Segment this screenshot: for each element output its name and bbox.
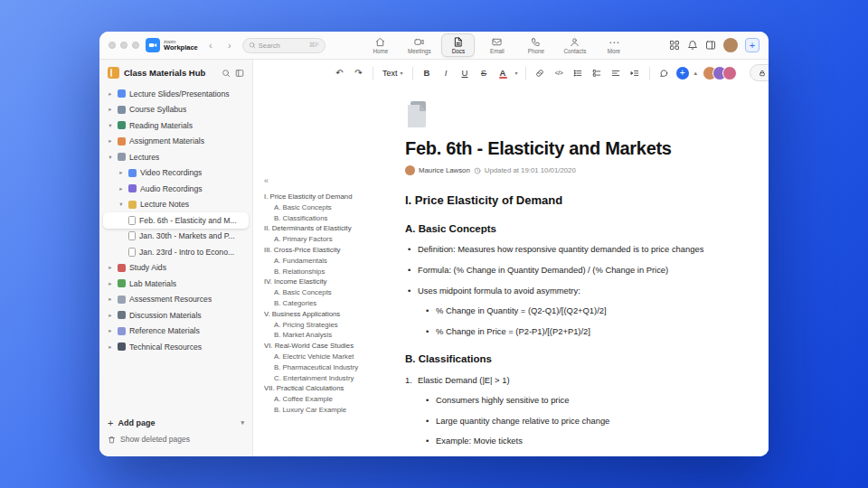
text-style-dropdown[interactable]: Text [381,69,405,78]
bullet-item[interactable]: Definition: Measures how responsive quan… [405,244,709,255]
outline-item[interactable]: C. Entertainment Industry [264,373,401,384]
workspace-title[interactable]: Class Materials Hub [124,68,217,78]
sidebar-item-assignment-materials[interactable]: Assignment Materials [99,134,252,150]
underline-button[interactable] [458,66,472,80]
chevron-right-icon[interactable] [107,313,114,319]
outline-item[interactable]: B. Classifications [264,213,401,224]
insert-plus-button[interactable] [676,67,689,80]
show-deleted-pages-button[interactable]: Show deleted pages [108,431,244,447]
chevron-down-icon[interactable] [107,155,114,161]
notifications-bell-icon[interactable] [687,40,698,51]
tab-more[interactable]: More [597,33,630,57]
bullet-item-nested[interactable]: Large quantity change relative to price … [423,416,709,427]
bullet-list-button[interactable] [571,66,585,80]
outline-item[interactable]: A. Coffee Example [264,394,401,405]
indent-button[interactable] [628,66,642,80]
chevron-down-icon[interactable] [118,202,125,208]
bold-button[interactable] [420,66,434,80]
outline-item[interactable]: B. Luxury Car Example [264,405,401,416]
sidebar-item-jan-30th-doc[interactable]: Jan. 30th - Markets and P... [99,229,252,245]
close-window-button[interactable] [108,42,116,49]
outline-item[interactable]: IV. Income Elasticity [264,277,401,287]
outline-item[interactable]: A. Basic Concepts [264,287,401,298]
tab-docs[interactable]: Docs [441,33,475,57]
global-search-input[interactable]: Search ⌘F [242,38,326,53]
sidebar-item-assessment-resources[interactable]: Assessment Resources [99,292,252,308]
outline-item[interactable]: III. Cross-Price Elasticity [264,245,401,256]
tab-email[interactable]: Email [480,33,514,57]
share-button[interactable]: Share [750,64,769,81]
chevron-right-icon[interactable] [107,91,114,98]
maximize-window-button[interactable] [132,42,139,49]
chevron-right-icon[interactable] [107,107,114,113]
text-color-button[interactable] [496,66,510,80]
sidebar-item-lectures[interactable]: Lectures [99,149,252,165]
chevron-right-icon[interactable] [107,296,114,303]
forward-button[interactable] [223,39,236,52]
bullet-item-nested[interactable]: Example: Movie tickets [423,436,709,446]
chevron-right-icon[interactable] [107,138,114,145]
bullet-item-nested[interactable]: Consumers highly sensitive to price [423,395,709,406]
outline-item[interactable]: A. Primary Factors [264,234,401,245]
minimize-window-button[interactable] [120,42,127,49]
sidebar-item-technical-resources[interactable]: Technical Resources [99,339,252,355]
subsection-heading[interactable]: A. Basic Concepts [405,223,709,234]
collapse-sidebar-icon[interactable] [235,69,244,78]
tab-contacts[interactable]: Contacts [558,33,591,57]
outline-item[interactable]: B. Market Analysis [264,330,401,341]
sidebar-item-reading-materials[interactable]: Reading Materials [99,117,252,134]
chevron-right-icon[interactable] [107,265,114,271]
collaborator-avatars[interactable] [703,66,737,80]
strikethrough-button[interactable] [477,66,491,80]
tab-meetings[interactable]: Meetings [402,33,436,57]
add-page-button[interactable]: Add page [108,415,244,431]
subsection-heading[interactable]: B. Classifications [405,353,709,364]
chevron-right-icon[interactable] [107,328,114,334]
bullet-item[interactable]: Uses midpoint formula to avoid asymmetry… [405,286,709,296]
outline-item[interactable]: A. Fundamentals [264,256,401,267]
numbered-item[interactable]: 1. Elastic Demand (|E| > 1) [405,375,709,385]
outline-item[interactable]: V. Business Applications [264,309,401,320]
chevron-down-icon[interactable] [107,123,114,129]
bullet-item-nested[interactable]: % Change in Price = (P2-P1)/[(P2+P1)/2] [423,326,709,337]
document-title[interactable]: Feb. 6th - Elasticity and Markets [405,138,709,159]
sidebar-item-lecture-slides[interactable]: Lecture Slides/Presentations [99,86,252,102]
comment-button[interactable] [657,66,671,80]
outline-item[interactable]: A. Basic Concepts [264,202,401,213]
sidebar-search-icon[interactable] [222,69,231,78]
outline-item[interactable]: I. Price Elasticity of Demand [264,192,401,202]
chevron-down-icon[interactable] [241,419,244,427]
sidebar-item-audio-recordings[interactable]: Audio Recordings [99,181,252,197]
redo-button[interactable] [352,66,365,80]
sidebar-item-course-syllabus[interactable]: Course Syllabus [99,102,252,118]
outline-item[interactable]: VII. Practical Calculations [264,383,401,394]
chevron-right-icon[interactable] [107,344,114,351]
outline-item[interactable]: B. Categories [264,298,401,309]
undo-button[interactable] [333,66,346,80]
chevron-right-icon[interactable] [107,281,114,287]
align-button[interactable] [609,66,623,80]
checklist-button[interactable] [590,66,604,80]
user-avatar[interactable] [723,38,738,52]
new-item-plus-button[interactable] [745,38,760,52]
apps-grid-icon[interactable] [669,40,680,51]
collapse-outline-icon[interactable] [264,176,401,185]
sidebar-item-lab-materials[interactable]: Lab Materials [99,276,252,292]
tab-home[interactable]: Home [363,33,397,57]
link-button[interactable] [533,66,547,80]
tab-phone[interactable]: Phone [519,33,552,57]
side-panel-icon[interactable] [705,40,716,51]
sidebar-item-study-aids[interactable]: Study Aids [99,260,252,277]
chevron-right-icon[interactable] [118,170,125,176]
sidebar-item-discussion-materials[interactable]: Discussion Materials [99,307,252,324]
outline-item[interactable]: II. Determinants of Elasticity [264,223,401,234]
chevron-down-icon[interactable] [515,70,518,76]
sidebar-item-lecture-notes[interactable]: Lecture Notes [99,197,252,213]
section-heading[interactable]: I. Price Elasticity of Demand [405,193,709,207]
sidebar-item-jan-23rd-doc[interactable]: Jan. 23rd - Intro to Econo... [99,244,252,260]
sidebar-item-reference-materials[interactable]: Reference Materials [99,324,252,340]
outline-item[interactable]: A. Pricing Strategies [264,320,401,331]
outline-item[interactable]: A. Electric Vehicle Market [264,352,401,362]
outline-item[interactable]: VI. Real-World Case Studies [264,341,401,352]
outline-item[interactable]: B. Pharmaceutical Industry [264,362,401,373]
